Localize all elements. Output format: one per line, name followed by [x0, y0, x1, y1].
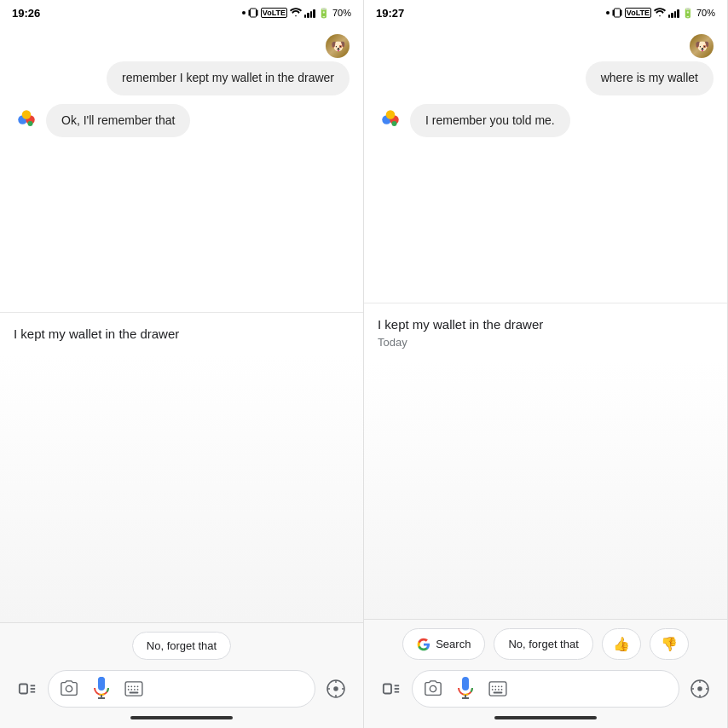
bottom-section-right: Search No, forget that 👍 👎	[364, 619, 727, 728]
memory-text-right: I kept my wallet in the drawer	[378, 315, 714, 333]
shortcuts-button-left[interactable]	[12, 673, 43, 704]
lens-button-left[interactable]	[55, 675, 83, 702]
compass-button-right[interactable]	[685, 673, 715, 704]
keyboard-button-right[interactable]	[484, 675, 511, 702]
battery-right: 🔋	[682, 8, 694, 19]
volte-badge: VoLTE	[261, 8, 287, 18]
google-logo-right	[378, 106, 403, 131]
status-bar-right: 19:27 VoLTE 🔋 70%	[364, 0, 727, 24]
home-indicator-left	[9, 711, 355, 723]
signal-icon-right	[668, 8, 679, 18]
search-label: Search	[436, 638, 471, 650]
forget-button-left[interactable]: No, forget that	[132, 632, 231, 660]
svg-rect-0	[248, 10, 250, 16]
battery-pct-right: 70%	[696, 8, 715, 18]
conversation-left: 🐶 remember I kept my wallet in the drawe…	[0, 24, 363, 312]
input-bar-left	[9, 667, 355, 711]
vibrate-icon-right	[612, 8, 622, 18]
svg-point-12	[66, 685, 72, 691]
svg-rect-2	[250, 9, 256, 17]
assistant-message-container-left: Ok, I'll remember that	[14, 104, 350, 138]
user-bubble-right: where is my wallet	[586, 61, 714, 95]
svg-rect-49	[489, 682, 506, 696]
user-avatar-right: 🐶	[690, 34, 714, 58]
svg-rect-1	[257, 10, 258, 16]
assistant-bubble-right: I remember you told me.	[410, 104, 570, 138]
forget-button-right[interactable]: No, forget that	[494, 628, 592, 660]
assistant-message-container-right: I remember you told me.	[378, 104, 714, 138]
status-icons-left: VoLTE 🔋 70%	[242, 8, 351, 19]
google-logo-left	[14, 106, 39, 131]
wifi-icon-right	[654, 8, 666, 18]
battery-left: 🔋	[318, 8, 330, 19]
mic-button-left[interactable]	[86, 673, 117, 704]
svg-point-60	[698, 687, 702, 690]
vibrate-icon	[248, 8, 258, 18]
bottom-section-left: No, forget that	[0, 622, 363, 728]
memory-text-left: I kept my wallet in the drawer	[14, 325, 350, 343]
input-bar-right	[373, 667, 719, 711]
svg-point-39	[386, 110, 396, 119]
lens-button-right[interactable]	[419, 675, 447, 702]
dot-left	[242, 11, 246, 14]
svg-point-40	[392, 121, 397, 126]
thumbsdown-button[interactable]: 👎	[650, 628, 689, 660]
svg-point-7	[28, 121, 33, 126]
keyboard-button-left[interactable]	[120, 675, 147, 702]
svg-rect-41	[384, 685, 391, 694]
wifi-icon	[290, 8, 302, 18]
svg-rect-33	[612, 10, 614, 16]
memory-card-left: I kept my wallet in the drawer	[14, 313, 350, 355]
volte-badge-right: VoLTE	[625, 8, 651, 18]
memory-card-right: I kept my wallet in the drawer Today	[378, 303, 714, 361]
svg-point-28	[334, 687, 338, 690]
user-message-container-left: 🐶 remember I kept my wallet in the drawe…	[14, 34, 350, 95]
thumbsup-button[interactable]: 👍	[602, 628, 641, 660]
svg-rect-17	[125, 682, 142, 696]
action-buttons-right: Search No, forget that 👍 👎	[373, 628, 719, 660]
spacer-right	[364, 361, 727, 619]
svg-rect-46	[462, 677, 469, 690]
input-main-right	[412, 670, 679, 708]
user-avatar-left: 🐶	[326, 34, 350, 58]
user-message-container-right: 🐶 where is my wallet	[378, 34, 714, 95]
svg-rect-14	[98, 677, 105, 684]
svg-point-45	[430, 685, 436, 691]
svg-point-6	[22, 110, 32, 119]
svg-rect-8	[20, 685, 27, 694]
panel-right: 19:27 VoLTE 🔋 70% 🐶 where is my wallet	[364, 0, 728, 728]
home-bar-left	[130, 716, 233, 719]
memory-subtext-right: Today	[378, 336, 714, 349]
google-g-icon	[417, 638, 430, 651]
input-main-left	[48, 670, 315, 708]
spacer-left	[0, 355, 363, 622]
dot-right	[606, 11, 610, 14]
action-buttons-left: No, forget that	[9, 632, 355, 660]
assistant-bubble-left: Ok, I'll remember that	[46, 104, 190, 138]
conversation-right: 🐶 where is my wallet I remember you told…	[364, 24, 727, 303]
panel-left: 19:26 VoLTE 🔋 70% 🐶 remember I kept my w…	[0, 0, 364, 728]
shortcuts-button-right[interactable]	[376, 673, 407, 704]
home-indicator-right	[373, 711, 719, 723]
search-button-right[interactable]: Search	[402, 628, 485, 660]
svg-rect-35	[614, 9, 620, 17]
memory-section-right: I kept my wallet in the drawer Today	[364, 303, 727, 361]
memory-section-left: I kept my wallet in the drawer	[0, 312, 363, 355]
time-right: 19:27	[376, 7, 404, 20]
svg-rect-34	[621, 10, 622, 16]
time-left: 19:26	[12, 7, 40, 20]
user-bubble-left: remember I kept my wallet in the drawer	[107, 61, 350, 95]
compass-button-left[interactable]	[321, 673, 351, 704]
signal-icon	[304, 8, 315, 18]
home-bar-right	[494, 716, 597, 719]
battery-pct-left: 70%	[332, 8, 351, 18]
status-bar-left: 19:26 VoLTE 🔋 70%	[0, 0, 363, 24]
mic-button-right[interactable]	[450, 673, 481, 704]
status-icons-right: VoLTE 🔋 70%	[606, 8, 715, 19]
